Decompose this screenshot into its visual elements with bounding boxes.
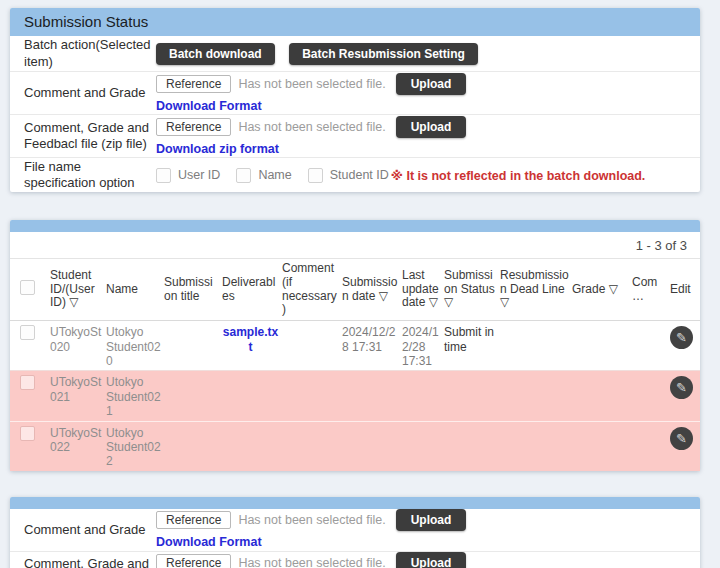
cell-submission-status: Submit in time: [442, 321, 498, 371]
reference-button[interactable]: Reference: [156, 75, 231, 93]
filename-option-label: File name specification option: [10, 159, 156, 192]
cell-submission-title: [162, 421, 220, 471]
cell-comment: [280, 421, 340, 471]
cell-submission-status: [442, 421, 498, 471]
batch-action-label: Batch action(Selected item): [10, 37, 156, 70]
cell-last-update-date: [400, 421, 442, 471]
cell-com: [630, 321, 668, 371]
edit-button[interactable]: ✎: [670, 376, 693, 399]
col-header-submission-status[interactable]: Submission Status ▽: [442, 259, 498, 321]
cell-deliverables: [220, 371, 280, 421]
cell-grade: [570, 321, 630, 371]
deliverable-file-link[interactable]: sample.txt: [223, 325, 278, 353]
cell-student-id: UTokyoSt020: [48, 321, 104, 371]
cell-submission-status: [442, 371, 498, 421]
table-header-row: Student ID/(User ID) ▽ Name Submission t…: [10, 259, 700, 321]
col-header-deliverables: Deliverables: [220, 259, 280, 321]
edit-button[interactable]: ✎: [670, 427, 693, 450]
filename-option-row: File name specification option User ID N…: [10, 158, 700, 192]
comment-grade-zip-row: Comment, Grade and Feedbacl file (zip fi…: [10, 552, 700, 568]
comment-grade-label: Comment and Grade: [10, 522, 156, 538]
row-checkbox[interactable]: [20, 325, 35, 340]
cell-com: [630, 421, 668, 471]
panel-accent-bar: [10, 220, 700, 232]
file-status-text: Has not been selected file.: [238, 556, 385, 568]
cell-submission-title: [162, 321, 220, 371]
submissions-table: Student ID/(User ID) ▽ Name Submission t…: [10, 258, 700, 471]
comment-grade-zip-label: Comment, Grade and Feedbacl file (zip fi…: [10, 120, 156, 153]
upload-button[interactable]: Upload: [396, 552, 467, 568]
cell-submission-date: [340, 371, 400, 421]
col-header-resubmission-deadline[interactable]: Resubmission Dead Line ▽: [498, 259, 570, 321]
row-checkbox[interactable]: [20, 426, 35, 441]
cell-comment: [280, 371, 340, 421]
student-id-checkbox-label: Student ID: [330, 168, 389, 182]
col-header-comment: Comment (if necessary): [280, 259, 340, 321]
submissions-table-panel: 1 - 3 of 3 Student ID/(User ID) ▽ Name S…: [10, 220, 700, 471]
bottom-upload-panel: Comment and Grade Reference Has not been…: [10, 497, 700, 568]
submission-status-panel: Submission Status Batch action(Selected …: [10, 8, 700, 192]
comment-grade-label: Comment and Grade: [10, 85, 156, 101]
col-header-grade[interactable]: Grade ▽: [570, 259, 630, 321]
cell-name: Utokyo Student021: [104, 371, 162, 421]
file-status-text: Has not been selected file.: [238, 77, 385, 91]
cell-name: Utokyo Student020: [104, 321, 162, 371]
col-header-submission-title: Submission title: [162, 259, 220, 321]
cell-last-update-date: [400, 371, 442, 421]
select-all-checkbox[interactable]: [20, 280, 35, 295]
user-id-checkbox-label: User ID: [178, 168, 220, 182]
cell-name: Utokyo Student022: [104, 421, 162, 471]
file-status-text: Has not been selected file.: [238, 513, 385, 527]
col-header-submission-date[interactable]: Submission date ▽: [340, 259, 400, 321]
reference-button[interactable]: Reference: [156, 554, 231, 568]
cell-comment: [280, 321, 340, 371]
cell-com: [630, 371, 668, 421]
col-header-com: Com…: [630, 259, 668, 321]
cell-resubmission-deadline: [498, 371, 570, 421]
table-row: UTokyoSt021 Utokyo Student021 ✎: [10, 371, 700, 421]
student-id-checkbox[interactable]: [308, 168, 323, 183]
table-row: UTokyoSt020 Utokyo Student020 sample.txt…: [10, 321, 700, 371]
cell-submission-date: [340, 421, 400, 471]
cell-student-id: UTokyoSt022: [48, 421, 104, 471]
table-row: UTokyoSt022 Utokyo Student022 ✎: [10, 421, 700, 471]
user-id-checkbox[interactable]: [156, 168, 171, 183]
batch-download-note: ※ It is not reflected in the batch downl…: [391, 168, 646, 183]
cell-submission-date: 2024/12/28 17:31: [340, 321, 400, 371]
cell-student-id: UTokyoSt021: [48, 371, 104, 421]
pencil-icon: ✎: [676, 432, 687, 445]
col-header-student-id[interactable]: Student ID/(User ID) ▽: [48, 259, 104, 321]
edit-button[interactable]: ✎: [670, 326, 693, 349]
pencil-icon: ✎: [676, 381, 687, 394]
cell-last-update-date: 2024/12/28 17:31: [400, 321, 442, 371]
batch-resubmission-setting-button[interactable]: Batch Resubmission Setting: [289, 43, 478, 65]
col-header-last-update-date[interactable]: Last update date ▽: [400, 259, 442, 321]
col-header-name: Name: [104, 259, 162, 321]
upload-button[interactable]: Upload: [396, 116, 467, 138]
upload-button[interactable]: Upload: [396, 509, 467, 531]
reference-button[interactable]: Reference: [156, 118, 231, 136]
col-header-edit: Edit: [668, 259, 700, 321]
batch-download-button[interactable]: Batch download: [156, 43, 275, 65]
name-checkbox[interactable]: [236, 168, 251, 183]
comment-grade-zip-label: Comment, Grade and Feedbacl file (zip fi…: [10, 556, 156, 568]
cell-submission-title: [162, 371, 220, 421]
cell-resubmission-deadline: [498, 421, 570, 471]
file-status-text: Has not been selected file.: [238, 120, 385, 134]
reference-button[interactable]: Reference: [156, 511, 231, 529]
cell-grade: [570, 421, 630, 471]
name-checkbox-label: Name: [258, 168, 291, 182]
page-title: Submission Status: [10, 8, 700, 36]
cell-grade: [570, 371, 630, 421]
pagination-status: 1 - 3 of 3: [10, 232, 700, 258]
comment-grade-zip-row: Comment, Grade and Feedbacl file (zip fi…: [10, 115, 700, 158]
download-zip-format-link[interactable]: Download zip format: [156, 142, 279, 156]
cell-deliverables: [220, 421, 280, 471]
upload-button[interactable]: Upload: [396, 73, 467, 95]
cell-resubmission-deadline: [498, 321, 570, 371]
row-checkbox[interactable]: [20, 375, 35, 390]
pencil-icon: ✎: [676, 331, 687, 344]
